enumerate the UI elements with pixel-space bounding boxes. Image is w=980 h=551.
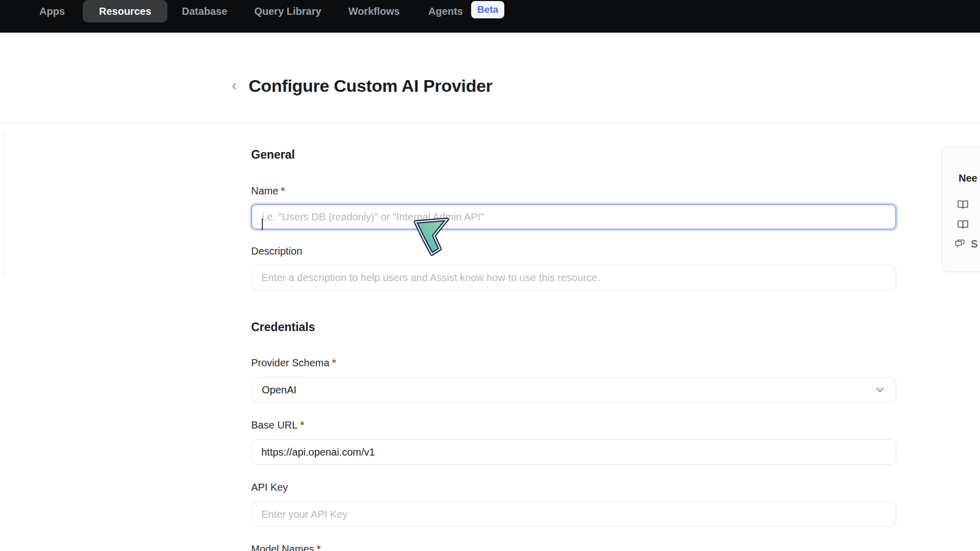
title-divider: [0, 122, 980, 123]
chat-bubbles-icon: [954, 238, 966, 250]
provider-schema-select[interactable]: OpenAI: [251, 377, 896, 403]
nav-item-apps[interactable]: Apps: [39, 0, 65, 22]
help-panel-heading: Nee: [959, 172, 980, 184]
chevron-down-icon: [874, 384, 886, 395]
open-book-icon: [957, 218, 969, 231]
name-label: Name*: [251, 185, 896, 197]
help-panel: Nee S: [942, 146, 980, 272]
help-link-support[interactable]: S: [954, 238, 980, 250]
help-link-list: S: [957, 198, 980, 250]
model-names-label: Model Names*: [251, 543, 896, 551]
help-link-docs-2[interactable]: [957, 218, 980, 231]
help-link-label: S: [971, 238, 977, 250]
nav-item-agents[interactable]: Agents: [428, 0, 463, 22]
provider-schema-label: Provider Schema*: [251, 357, 896, 369]
provider-schema-value: OpenAI: [262, 384, 297, 396]
nav-item-resources-active[interactable]: Resources: [83, 0, 167, 22]
base-url-input[interactable]: [251, 439, 896, 465]
description-label-text: Description: [251, 245, 302, 257]
page-header: ‹ Configure Custom AI Provider: [229, 75, 980, 96]
name-label-text: Name: [251, 185, 278, 196]
beta-badge[interactable]: Beta: [471, 1, 504, 18]
section-heading-general: General: [251, 148, 896, 161]
api-key-input[interactable]: [251, 502, 896, 527]
model-names-label-text: Model Names: [251, 543, 314, 551]
help-link-docs-1[interactable]: [957, 198, 980, 211]
page-title: Configure Custom AI Provider: [249, 75, 493, 96]
text-caret: [262, 218, 263, 230]
base-url-label-text: Base URL: [251, 419, 298, 431]
api-key-label-text: API Key: [251, 482, 288, 493]
provider-schema-required-marker: *: [332, 357, 336, 368]
nav-item-workflows[interactable]: Workflows: [348, 0, 400, 22]
top-nav: Apps Resources Database Query Library Wo…: [0, 0, 980, 33]
name-required-marker: *: [281, 185, 285, 196]
nav-item-database[interactable]: Database: [182, 0, 227, 22]
nav-item-query-library[interactable]: Query Library: [254, 0, 321, 22]
name-field-wrap: [251, 204, 896, 230]
provider-config-form: General Name* Description Credentials Pr…: [251, 148, 896, 551]
back-chevron-icon[interactable]: ‹: [229, 75, 240, 96]
model-names-required-marker: *: [316, 543, 321, 551]
description-input[interactable]: [251, 265, 896, 290]
description-label: Description: [251, 245, 896, 257]
section-heading-credentials: Credentials: [251, 320, 896, 334]
open-book-icon: [957, 198, 969, 211]
base-url-required-marker: *: [300, 419, 304, 431]
api-key-label: API Key: [251, 481, 896, 493]
name-input[interactable]: [251, 204, 896, 230]
base-url-label: Base URL*: [251, 419, 896, 431]
provider-schema-label-text: Provider Schema: [251, 357, 329, 368]
left-edge-divider: [5, 131, 5, 275]
